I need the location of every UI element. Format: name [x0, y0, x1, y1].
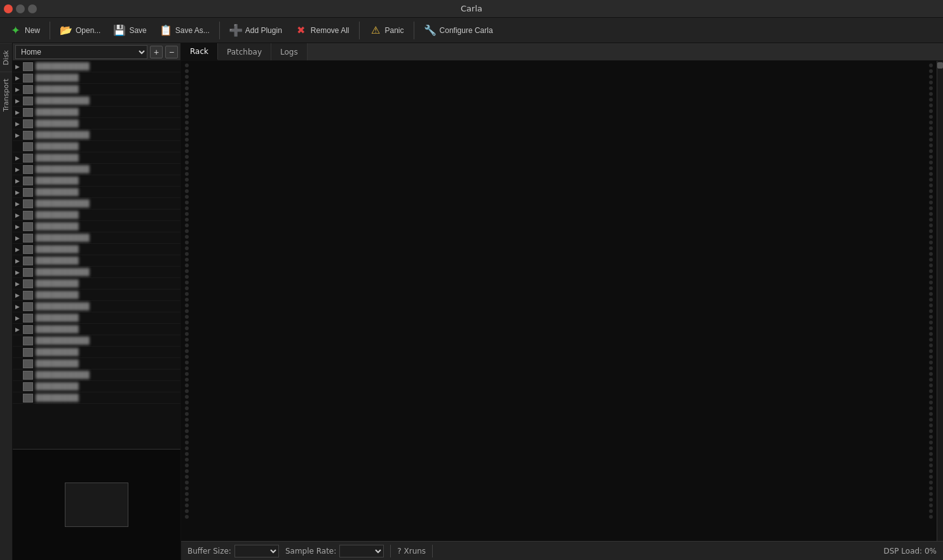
- expand-arrow-icon: ▶: [15, 132, 23, 138]
- rack-dot: [185, 263, 189, 267]
- list-item[interactable]: ▶████████: [13, 221, 180, 232]
- expand-arrow-icon: ▶: [15, 246, 23, 253]
- list-item[interactable]: ▶████████: [13, 244, 180, 255]
- list-item[interactable]: ▶████████: [13, 278, 180, 290]
- rack-dot-right: [929, 246, 933, 250]
- toolbar-sep-4: [414, 22, 414, 39]
- rack-dot-right: [929, 218, 933, 222]
- list-item[interactable]: ▶██████████: [13, 301, 180, 312]
- rack-dot-right: [929, 446, 933, 450]
- list-item[interactable]: ▶████████: [13, 312, 180, 324]
- rack-dot-right: [929, 143, 933, 147]
- list-item[interactable]: ▶████████: [13, 175, 180, 187]
- list-item[interactable]: ▶██████████: [13, 232, 180, 244]
- list-item[interactable]: ▶██████████: [13, 164, 180, 175]
- minimize-button[interactable]: [16, 4, 25, 13]
- scrollbar-thumb[interactable]: [937, 62, 943, 69]
- close-button[interactable]: [4, 4, 13, 13]
- panic-icon: ⚠: [369, 24, 382, 37]
- list-item[interactable]: ▶████████: [13, 107, 180, 118]
- list-item[interactable]: ▶████████: [13, 290, 180, 301]
- browser-minus-button[interactable]: −: [165, 46, 178, 58]
- configure-button[interactable]: 🔧 Configure Carla: [419, 22, 498, 39]
- tab-rack[interactable]: Rack: [181, 43, 218, 60]
- file-name: ██████████: [36, 131, 90, 139]
- list-item[interactable]: ████████: [13, 141, 180, 152]
- rack-dot: [185, 212, 189, 216]
- rack-dot: [185, 235, 189, 239]
- transport-tab[interactable]: Transport: [0, 72, 12, 118]
- file-icon: [23, 325, 33, 334]
- list-item[interactable]: ████████: [13, 347, 180, 358]
- tab-patchbay[interactable]: Patchbay: [218, 43, 271, 60]
- left-tabs: Disk Transport: [0, 43, 13, 560]
- list-item[interactable]: ▶██████████: [13, 130, 180, 141]
- list-item[interactable]: ▶████████: [13, 118, 180, 130]
- addplugin-button[interactable]: ➕ Add Plugin: [224, 22, 287, 39]
- list-item[interactable]: ▶████████: [13, 152, 180, 164]
- addplugin-label: Add Plugin: [245, 26, 282, 35]
- rack-dot-right: [929, 155, 933, 159]
- list-item[interactable]: ████████: [13, 381, 180, 392]
- list-item[interactable]: ████████: [13, 358, 180, 370]
- open-label: Open...: [76, 26, 100, 35]
- rack-dot-right: [929, 98, 933, 102]
- browser-add-button[interactable]: +: [150, 46, 163, 58]
- list-item[interactable]: ▶██████████: [13, 95, 180, 107]
- panic-button[interactable]: ⚠ Panic: [364, 22, 409, 39]
- rack-dot: [185, 223, 189, 227]
- removeall-button[interactable]: ✖ Remove All: [290, 22, 355, 39]
- file-icon: [23, 97, 33, 105]
- right-dots-column: [925, 61, 937, 541]
- rack-dot-right: [929, 195, 933, 199]
- list-item[interactable]: ▶██████████: [13, 61, 180, 72]
- rack-dot-right: [929, 138, 933, 142]
- saveas-label: Save As...: [175, 26, 210, 35]
- tab-logs[interactable]: Logs: [271, 43, 308, 60]
- buffer-size-select[interactable]: 256 512 1024: [234, 545, 279, 557]
- new-button[interactable]: ✦ New: [4, 22, 45, 39]
- rack-dot-right: [929, 109, 933, 113]
- list-item[interactable]: ▶██████████: [13, 267, 180, 278]
- rack-dot-right: [929, 315, 933, 319]
- list-item[interactable]: ████████: [13, 392, 180, 404]
- toolbar-sep-1: [50, 22, 50, 39]
- file-list[interactable]: ▶██████████▶████████▶████████▶██████████…: [13, 61, 180, 449]
- rack-area: [181, 61, 943, 541]
- rack-dot: [185, 469, 189, 473]
- file-icon: [23, 337, 33, 345]
- save-button[interactable]: 💾 Save: [108, 22, 151, 39]
- rack-dot: [185, 161, 189, 164]
- list-item[interactable]: ▶████████: [13, 187, 180, 198]
- rack-dot: [185, 503, 189, 507]
- maximize-button[interactable]: [28, 4, 37, 13]
- rack-dot: [185, 63, 189, 67]
- rack-dot: [185, 378, 189, 382]
- rack-dot: [185, 338, 189, 342]
- rack-dot-right: [929, 503, 933, 507]
- disk-tab[interactable]: Disk: [0, 43, 12, 72]
- open-button[interactable]: 📂 Open...: [55, 22, 105, 39]
- saveas-button[interactable]: 📋 Save As...: [154, 22, 215, 39]
- list-item[interactable]: ██████████: [13, 370, 180, 381]
- main-scrollbar[interactable]: [937, 61, 943, 541]
- home-dropdown[interactable]: Home Desktop Documents Music: [15, 45, 147, 59]
- list-item[interactable]: ▶████████: [13, 324, 180, 335]
- file-name: ████████: [36, 279, 79, 288]
- sample-rate-select[interactable]: 44100 48000 96000: [339, 545, 384, 557]
- rack-dot-right: [929, 475, 933, 479]
- list-item[interactable]: ▶████████: [13, 210, 180, 221]
- file-icon: [23, 314, 33, 323]
- rack-dot: [185, 412, 189, 416]
- list-item[interactable]: ▶████████: [13, 255, 180, 267]
- list-item[interactable]: ▶████████: [13, 84, 180, 95]
- list-item[interactable]: ▶████████: [13, 72, 180, 84]
- file-icon: [23, 279, 33, 288]
- list-item[interactable]: ██████████: [13, 335, 180, 347]
- file-icon: [23, 62, 33, 71]
- rack-dot: [185, 509, 189, 513]
- file-icon: [23, 394, 33, 403]
- rack-dot: [185, 75, 189, 79]
- rack-dot: [185, 435, 189, 439]
- list-item[interactable]: ▶██████████: [13, 198, 180, 210]
